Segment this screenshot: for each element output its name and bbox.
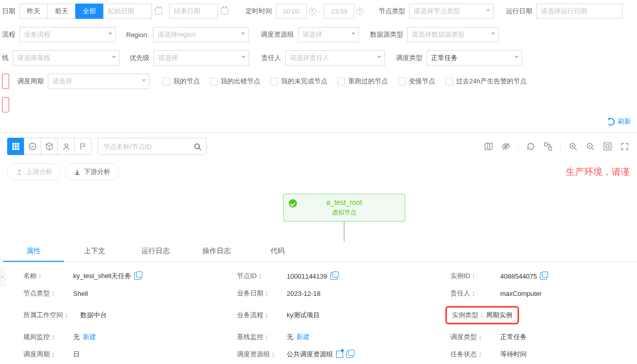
fit-button[interactable] xyxy=(602,141,613,151)
node-edge xyxy=(344,221,345,241)
node-type-label: 节点类型 xyxy=(379,7,405,16)
owner-value: maxComputer xyxy=(500,290,542,297)
chevron-down-icon xyxy=(491,33,495,35)
chevron-down-icon xyxy=(377,56,381,58)
calendar-icon xyxy=(155,8,162,15)
chevron-down-icon xyxy=(112,56,116,58)
edit-icon[interactable] xyxy=(336,351,343,358)
tab-context[interactable]: 上下文 xyxy=(64,241,125,262)
svg-rect-7 xyxy=(15,148,17,150)
filter-row-2: 流程 业务流程 Region: 请选择region 调度资源组 请选择 数据源类… xyxy=(2,25,635,44)
collapse-filter-handle[interactable] xyxy=(2,97,9,112)
node-id-label: 节点ID： xyxy=(237,271,286,281)
checkbox-icon xyxy=(398,78,406,85)
expand-filter-handle[interactable] xyxy=(2,74,9,89)
reload-button[interactable] xyxy=(526,141,536,151)
layout-button[interactable] xyxy=(543,141,553,151)
tab-all[interactable]: 全部 xyxy=(75,4,104,19)
reload-icon xyxy=(526,142,535,151)
canvas-toolbar xyxy=(7,138,630,155)
name-value: ky_test_shell天任务 xyxy=(73,271,131,281)
chk-my-node[interactable]: 我的节点 xyxy=(163,77,200,86)
svg-rect-3 xyxy=(12,145,14,147)
owner-select[interactable]: 请选择责任人 xyxy=(285,50,385,66)
map-icon xyxy=(484,142,493,151)
divider xyxy=(560,141,561,151)
tab-day-before[interactable]: 前天 xyxy=(47,4,76,19)
svg-rect-6 xyxy=(12,148,14,150)
filter-row-3: 线 请选择基线 优先级 请选择 责任人 请选择责任人 调度类型 正常任务 xyxy=(2,49,635,67)
chk-alarm[interactable]: 过去24h产生告警的节点 xyxy=(445,77,527,86)
checkbox-icon xyxy=(163,78,170,85)
check-view-button[interactable] xyxy=(24,138,41,155)
refresh-icon xyxy=(607,118,615,126)
baseline-select[interactable]: 请选择基线 xyxy=(13,50,119,66)
fullscreen-button[interactable] xyxy=(620,141,630,151)
tab-op-log[interactable]: 操作日志 xyxy=(186,241,247,262)
analysis-row: 上游分析 下游分析 生产环境，请谨 xyxy=(7,163,630,180)
downstream-button[interactable]: 下游分析 xyxy=(65,163,119,180)
upload-icon xyxy=(16,168,23,175)
chk-my-error[interactable]: 我的出错节点 xyxy=(210,77,260,86)
chk-my-unfinished[interactable]: 我的未完成节点 xyxy=(270,77,327,86)
run-date-input[interactable]: 请选择运行日期 xyxy=(536,4,623,19)
chevron-down-icon xyxy=(241,33,245,35)
svg-rect-17 xyxy=(604,143,611,150)
user-view-button[interactable] xyxy=(57,138,75,155)
svg-rect-8 xyxy=(17,148,19,150)
filter-row-4: 调度周期 请选择 我的节点 我的出错节点 我的未完成节点 重跑过的节点 变慢节点… xyxy=(2,72,635,90)
copy-icon[interactable] xyxy=(346,351,353,358)
tab-properties[interactable]: 属性 xyxy=(3,241,64,262)
user-icon xyxy=(63,143,70,150)
datasource-type-select[interactable]: 请选择数据源类型 xyxy=(407,27,499,42)
zoom-in-button[interactable] xyxy=(568,141,578,151)
region-label: Region: xyxy=(126,31,149,39)
copy-icon[interactable] xyxy=(134,272,141,280)
chk-slow[interactable]: 变慢节点 xyxy=(398,77,435,86)
canvas-right-tools xyxy=(483,141,630,151)
filter-row-5 xyxy=(2,96,635,114)
time-start[interactable]: 00:00 xyxy=(276,4,307,19)
node-type-select[interactable]: 请选择节点类型 xyxy=(409,4,494,19)
schedule-type-select[interactable]: 正常任务 xyxy=(427,50,522,66)
environment-warning: 生产环境，请谨 xyxy=(566,166,630,178)
zoom-out-button[interactable] xyxy=(585,141,595,151)
chevron-down-icon xyxy=(142,79,146,82)
refresh-button[interactable]: 刷新 xyxy=(607,117,631,126)
tab-code[interactable]: 代码 xyxy=(247,241,308,262)
hide-button[interactable] xyxy=(501,141,511,151)
flow-detail-label: 业务流程： xyxy=(237,311,286,320)
cycle-label: 调度周期 xyxy=(17,77,44,86)
layout-icon xyxy=(543,142,553,151)
time-end[interactable]: 23:59 xyxy=(324,4,354,19)
flag-view-button[interactable] xyxy=(74,138,92,155)
resource-group-select[interactable]: 请选择 xyxy=(298,27,359,42)
start-date-input[interactable]: 起始日期 xyxy=(103,4,152,19)
chk-rerun[interactable]: 重跑过的节点 xyxy=(338,77,388,86)
minimap-button[interactable] xyxy=(483,141,494,151)
priority-select[interactable]: 请选择 xyxy=(154,50,249,66)
rule-monitor-new-link[interactable]: 新建 xyxy=(83,332,96,342)
grid-view-button[interactable] xyxy=(7,138,24,155)
resource-group-value2: 公共调度资源组 xyxy=(287,350,333,359)
tab-run-log[interactable]: 运行日志 xyxy=(125,241,186,262)
panel-expand-handle[interactable]: » xyxy=(0,267,5,286)
search-icon[interactable] xyxy=(194,143,201,150)
datasource-type-label: 数据源类型 xyxy=(370,30,403,39)
copy-icon[interactable] xyxy=(330,272,338,280)
cube-view-button[interactable] xyxy=(41,138,58,155)
dag-canvas[interactable]: a_test_root 虚拟节点 xyxy=(7,180,630,241)
node-search-input[interactable] xyxy=(98,138,206,155)
svg-rect-5 xyxy=(17,145,19,147)
dag-node[interactable]: a_test_root 虚拟节点 xyxy=(283,194,405,222)
tab-yesterday[interactable]: 昨天 xyxy=(19,4,48,19)
copy-icon[interactable] xyxy=(540,272,547,280)
baseline-monitor-new-link[interactable]: 新建 xyxy=(296,332,310,342)
region-select[interactable]: 请选择region xyxy=(153,27,249,42)
upstream-button[interactable]: 上游分析 xyxy=(7,163,61,180)
chevron-down-icon xyxy=(514,56,519,58)
flow-detail-value: ky测试项目 xyxy=(287,311,320,320)
flow-select[interactable]: 业务流程 xyxy=(19,27,116,42)
cycle-select[interactable]: 请选择 xyxy=(48,74,149,89)
end-date-input[interactable]: 结束日期 xyxy=(169,4,218,19)
